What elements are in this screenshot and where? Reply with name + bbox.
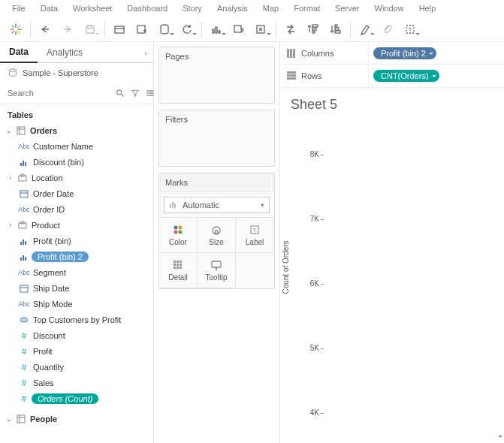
swap-icon[interactable] [205,18,228,41]
menu-story[interactable]: Story [175,2,210,15]
svg-rect-41 [149,95,154,96]
svg-rect-92 [287,74,296,77]
refresh-icon[interactable] [176,18,198,41]
marks-size-button[interactable]: Size [197,217,236,253]
attach-icon[interactable] [376,18,399,41]
svg-rect-30 [335,31,340,33]
field-ship-date[interactable]: Ship Date [0,280,153,296]
svg-rect-93 [287,77,296,80]
menu-server[interactable]: Server [327,2,367,15]
datasource-row[interactable]: Sample - Superstore [0,63,153,83]
menu-bar: File Data Worksheet Dashboard Story Anal… [0,0,504,17]
tree-people[interactable]: ⌄People [0,411,153,426]
menu-map[interactable]: Map [255,2,286,15]
rows-pill-cnt-orders[interactable]: CNT(Orders) [373,70,439,82]
svg-rect-37 [149,90,154,92]
field-orders-count[interactable]: #Orders (Count) [0,390,153,406]
svg-point-75 [215,231,218,234]
number-icon: # [17,331,32,340]
menu-data[interactable]: Data [33,2,65,15]
chart-view[interactable]: Count of Orders 8K 7K 6K 5K 4K [280,117,504,443]
tab-analytics[interactable]: Analytics [38,42,92,63]
ytick-5k: 5K [294,344,324,352]
sort-asc-shelf-icon[interactable] [228,18,250,41]
save-icon[interactable] [79,18,101,41]
svg-rect-55 [23,240,24,245]
svg-line-35 [122,95,124,97]
text-format-icon[interactable]: T [399,18,421,41]
field-product[interactable]: ›Product [0,217,153,233]
abc-icon: Abc [17,269,32,276]
search-icon[interactable] [116,86,125,100]
duplicate-icon[interactable] [153,18,176,41]
field-profit[interactable]: #Profit [0,343,153,359]
svg-rect-82 [177,264,179,266]
new-data-source-icon[interactable] [108,18,131,41]
svg-point-72 [174,231,178,234]
new-worksheet-icon[interactable] [131,18,153,41]
svg-rect-46 [23,161,24,166]
tableau-logo-icon[interactable] [5,18,27,41]
field-discount-bin[interactable]: Discount (bin) [0,154,153,170]
menu-help[interactable]: Help [412,2,444,15]
mark-type-dropdown[interactable]: Automatic▾ [164,197,270,213]
histogram-icon [17,252,32,261]
number-icon: # [17,394,32,403]
field-profit-bin[interactable]: Profit (bin) [0,233,153,249]
ytick-4k: 4K [294,408,324,417]
field-ship-mode[interactable]: AbcShip Mode [0,296,153,312]
filters-shelf[interactable]: Filters [158,110,275,167]
columns-shelf[interactable]: Columns Profit (bin) 2 [280,42,504,65]
columns-pill-profit-bin-2[interactable]: Profit (bin) 2 [373,47,436,59]
field-top-customers[interactable]: Top Customers by Profit [0,312,153,327]
collapse-pane-icon[interactable]: ‹ [138,48,153,57]
field-customer-name[interactable]: AbcCustomer Name [0,138,153,154]
menu-analysis[interactable]: Analysis [210,2,255,15]
svg-rect-88 [287,49,289,58]
menu-format[interactable]: Format [286,2,327,15]
marks-detail-button[interactable]: Detail [158,252,198,288]
sheet-title[interactable]: Sheet 5 [280,88,504,117]
svg-rect-81 [174,264,176,266]
sort-ascending-icon[interactable] [302,18,324,41]
abc-icon: Abc [17,206,32,213]
marks-empty-cell [235,252,274,288]
pages-shelf[interactable]: Pages [158,47,275,104]
tab-data[interactable]: Data [0,42,38,63]
highlight-icon[interactable] [354,18,376,41]
marks-color-button[interactable]: Color [158,217,198,253]
field-discount[interactable]: #Discount [0,327,153,343]
field-sales[interactable]: #Sales [0,375,153,390]
svg-rect-39 [149,92,154,94]
svg-rect-45 [20,163,22,166]
menu-worksheet[interactable]: Worksheet [65,2,119,15]
filter-icon[interactable] [131,86,140,100]
field-order-date[interactable]: Order Date [0,185,153,201]
clear-sheet-icon[interactable] [250,18,273,41]
svg-rect-90 [293,49,295,58]
redo-icon[interactable] [56,18,79,41]
svg-rect-80 [180,261,182,263]
undo-icon[interactable] [34,18,56,41]
svg-point-33 [10,69,17,72]
date-icon [17,284,32,293]
menu-dashboard[interactable]: Dashboard [119,2,175,15]
svg-rect-87 [212,261,221,267]
menu-file[interactable]: File [5,2,33,15]
menu-window[interactable]: Window [367,2,412,15]
svg-line-5 [18,31,20,33]
search-input[interactable] [6,86,113,101]
sort-descending-icon[interactable] [324,18,347,41]
svg-rect-91 [287,71,296,74]
tree-orders[interactable]: ⌄Orders [0,122,153,138]
field-order-id[interactable]: AbcOrder ID [0,201,153,217]
marks-label-button[interactable]: TLabel [235,217,274,253]
field-profit-bin-2[interactable]: Profit (bin) 2 [0,249,153,264]
swap-rows-columns-icon[interactable] [279,18,302,41]
rows-shelf[interactable]: Rows CNT(Orders) [280,65,504,87]
marks-tooltip-button[interactable]: Tooltip [197,252,236,288]
date-icon [17,189,32,198]
field-quantity[interactable]: #Quantity [0,359,153,375]
field-segment[interactable]: AbcSegment [0,264,153,280]
field-location[interactable]: ›Location [0,170,153,185]
